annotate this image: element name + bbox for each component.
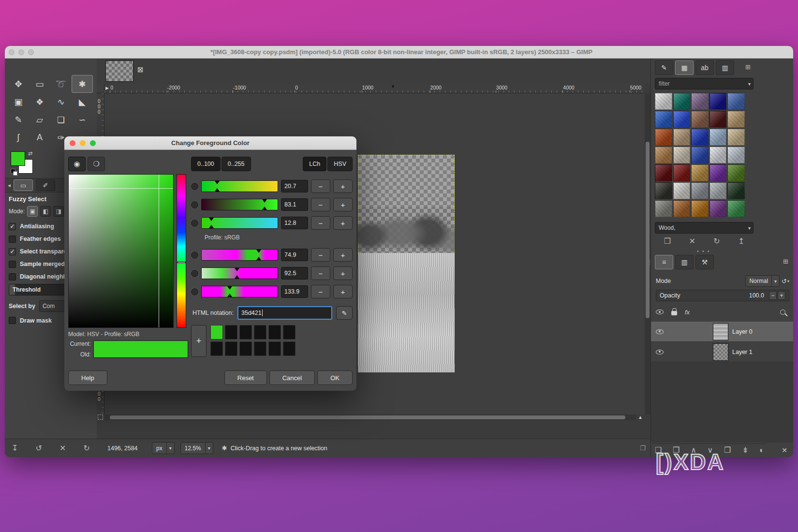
html-notation-input[interactable]: 35d421 xyxy=(237,306,332,320)
free-select-tool[interactable]: ➰ xyxy=(50,75,72,93)
rectangle-select-tool[interactable]: ▭ xyxy=(29,75,50,93)
pattern-swatch[interactable] xyxy=(655,147,672,163)
lightness-value-field[interactable]: 74.9 xyxy=(281,249,308,261)
palette-swatch[interactable] xyxy=(239,341,252,356)
dock-drag-handle[interactable]: ⋮ xyxy=(647,259,652,266)
effects-icon[interactable]: fx xyxy=(685,309,690,316)
move-tool[interactable]: ✥ xyxy=(8,75,29,93)
red-slider[interactable] xyxy=(201,180,278,192)
mode-subtract-button[interactable]: ◨ xyxy=(53,206,64,217)
pattern-swatch[interactable] xyxy=(673,164,691,181)
warp-transform-tool[interactable]: ∿ xyxy=(50,93,72,111)
undo-button[interactable]: ↺ xyxy=(34,443,44,454)
dialog-close-button[interactable] xyxy=(70,140,75,146)
pattern-swatch[interactable] xyxy=(673,200,691,217)
pattern-swatch[interactable] xyxy=(709,182,727,199)
configure-tab-icon[interactable]: ⊞ xyxy=(745,63,751,71)
vertical-scrollbar-thumb[interactable] xyxy=(646,142,650,318)
palette-swatch[interactable] xyxy=(210,325,223,340)
layer-mode-dropdown[interactable]: Normal xyxy=(745,275,780,287)
pattern-swatch[interactable] xyxy=(691,111,709,128)
visibility-icon[interactable] xyxy=(656,310,664,314)
gimp-selector-tab[interactable]: ◉ xyxy=(68,157,86,171)
unit-dropdown[interactable]: px xyxy=(152,442,175,454)
unified-transform-tool[interactable]: ❖ xyxy=(29,93,50,111)
layer-thumbnail[interactable] xyxy=(713,343,728,361)
mode-replace-button[interactable]: ▣ xyxy=(27,206,38,217)
chevron-left-icon[interactable]: ◂ xyxy=(8,182,11,189)
tool-presets-tab[interactable]: ⚒ xyxy=(695,255,714,269)
blue-value-field[interactable]: 12.8 xyxy=(281,217,308,229)
pattern-swatch[interactable] xyxy=(727,93,745,110)
blue-slider[interactable] xyxy=(201,217,278,229)
swap-colors-icon[interactable]: ⇄ xyxy=(28,150,32,157)
open-pattern-button[interactable]: ↥ xyxy=(736,236,746,247)
layers-tab[interactable]: ≡ xyxy=(655,255,673,269)
lightness-decrease-button[interactable]: − xyxy=(311,248,330,262)
layer-row[interactable]: Layer 0 xyxy=(651,322,793,342)
pattern-swatch[interactable] xyxy=(673,93,691,110)
default-colors-icon[interactable] xyxy=(11,169,15,174)
lch-button[interactable]: LCh xyxy=(303,157,326,171)
pattern-swatch[interactable] xyxy=(655,200,672,217)
blue-decrease-button[interactable]: − xyxy=(311,216,330,230)
channels-tab[interactable]: ▥ xyxy=(675,255,694,269)
fuzzy-select-tool[interactable]: ✱ xyxy=(72,75,93,93)
ok-button[interactable]: OK xyxy=(317,370,353,385)
reset-mode-icon[interactable]: ↺ xyxy=(782,278,789,285)
pattern-swatch[interactable] xyxy=(691,200,709,217)
red-radio[interactable] xyxy=(191,183,198,190)
pattern-swatch[interactable] xyxy=(673,147,691,163)
pattern-swatch[interactable] xyxy=(727,129,745,146)
palette-swatch[interactable] xyxy=(210,341,223,356)
pattern-swatch[interactable] xyxy=(691,147,709,163)
save-button[interactable]: ↧ xyxy=(10,443,20,454)
red-decrease-button[interactable]: − xyxy=(311,179,330,193)
clone-tool[interactable]: ❏ xyxy=(50,111,72,129)
crop-tool[interactable]: ▣ xyxy=(8,93,29,111)
pattern-filter-input[interactable]: filter xyxy=(655,78,754,89)
delete-layer-button[interactable]: ✕ xyxy=(780,445,789,455)
dialog-minimize-button[interactable] xyxy=(80,140,86,146)
pattern-swatch[interactable] xyxy=(727,200,745,217)
hsv-button[interactable]: HSV xyxy=(327,157,353,171)
lightness-increase-button[interactable]: + xyxy=(333,248,353,262)
pattern-swatch[interactable] xyxy=(691,93,709,110)
chroma-decrease-button[interactable]: − xyxy=(311,266,330,280)
search-layers-icon[interactable] xyxy=(780,310,785,315)
vertical-scrollbar[interactable] xyxy=(645,93,650,414)
blue-increase-button[interactable]: + xyxy=(333,216,353,230)
gradients-tab[interactable]: ▥ xyxy=(716,60,734,75)
brushes-tab[interactable]: ✎ xyxy=(655,60,673,75)
foreground-color-swatch[interactable] xyxy=(11,151,25,166)
add-mask-button[interactable]: ◐ xyxy=(757,445,766,456)
lightness-slider[interactable] xyxy=(201,249,278,261)
pattern-swatch[interactable] xyxy=(709,164,727,181)
palette-swatch[interactable] xyxy=(239,325,252,340)
layer-visibility-icon[interactable] xyxy=(656,329,664,334)
reset-button[interactable]: Reset xyxy=(224,370,267,385)
opacity-decrease-button[interactable]: − xyxy=(769,291,777,300)
horizontal-scrollbar[interactable] xyxy=(104,414,636,420)
green-slider[interactable] xyxy=(201,199,278,210)
pattern-swatch[interactable] xyxy=(655,164,672,181)
opacity-increase-button[interactable]: + xyxy=(778,291,785,300)
paintbrush-tool[interactable]: ✎ xyxy=(8,111,29,129)
resize-grip-icon[interactable]: ❐ xyxy=(640,444,646,452)
pattern-swatch[interactable] xyxy=(709,111,727,128)
pattern-swatch[interactable] xyxy=(727,111,745,128)
fg-bg-colors[interactable]: ⇄ xyxy=(11,151,38,177)
pattern-swatch[interactable] xyxy=(691,182,709,199)
configure-tab-icon[interactable]: ⊞ xyxy=(783,258,788,265)
pattern-swatch[interactable] xyxy=(673,111,691,128)
blue-radio[interactable] xyxy=(191,220,198,227)
hue-slider[interactable] xyxy=(201,286,278,297)
palette-swatch[interactable] xyxy=(225,325,237,340)
duplicate-pattern-button[interactable]: ❐ xyxy=(662,236,673,247)
green-value-field[interactable]: 83.1 xyxy=(281,198,308,211)
pattern-swatch[interactable] xyxy=(727,164,745,181)
close-window-button[interactable] xyxy=(9,49,15,55)
hue-value-field[interactable]: 133.9 xyxy=(281,285,308,298)
pattern-swatch[interactable] xyxy=(709,147,727,163)
minimize-window-button[interactable] xyxy=(18,49,24,55)
